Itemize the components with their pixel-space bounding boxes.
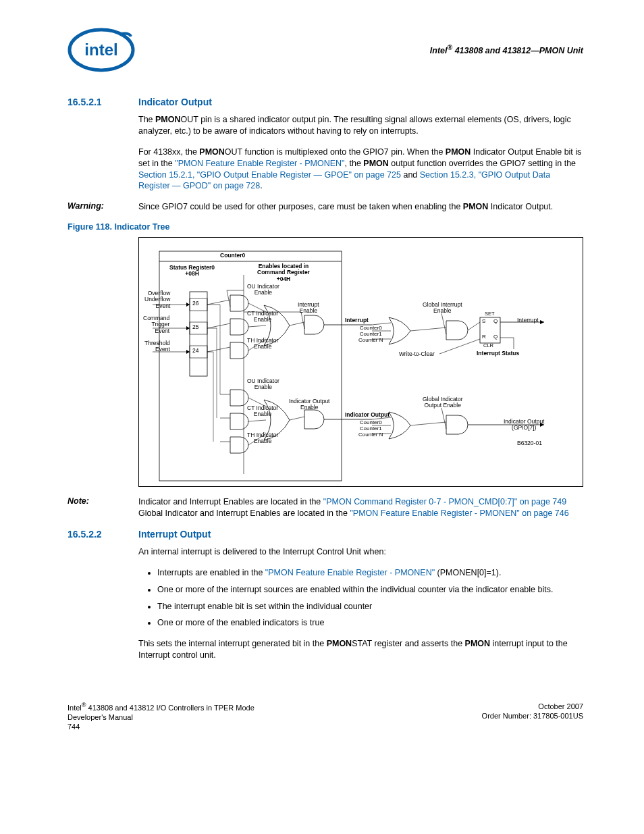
warning-label: Warning: (68, 201, 138, 213)
fig-counters2: Counter0 Counter1 Counter N (358, 420, 383, 438)
fig-ind-output: Indicator Output (345, 412, 390, 418)
fig-ind-out-pin: Indicator Output (GPIO[7]) (504, 419, 544, 432)
link-gpoe[interactable]: Section 15.2.1, "GPIO Output Enable Regi… (138, 170, 401, 180)
fig-ou-ind2: OU Indicator Enable (247, 378, 279, 391)
warning-text: Since GPIO7 could be used for other purp… (138, 201, 583, 213)
page-footer: Intel® 413808 and 413812 I/O Controllers… (68, 702, 583, 732)
fig-th-ind: TH Indicator Enable (247, 338, 278, 350)
link-pmonen2[interactable]: "PMON Feature Enable Register - PMONEN" … (350, 509, 568, 518)
fig-glob-int: Global Interrupt Enable (423, 302, 462, 315)
fig-b24: 24 (192, 348, 198, 354)
svg-line-48 (410, 422, 446, 425)
svg-line-15 (248, 325, 266, 327)
svg-line-52 (468, 322, 480, 330)
fig-wtc: Write-to-Clear (399, 351, 435, 357)
fig-overflow: Overflow Underflow Event (144, 290, 170, 309)
svg-line-57 (439, 339, 480, 354)
fig-ct-ind: CT Indicator Enable (247, 311, 278, 323)
svg-marker-54 (540, 320, 544, 324)
section-16.5.2.2: 16.5.2.2 Interrupt Output (68, 529, 583, 540)
list-item: Interrupts are enabled in the "PMON Feat… (157, 567, 583, 579)
fig-th-ind2: TH Indicator Enable (247, 432, 278, 445)
fig-r: R (482, 334, 486, 340)
section-title: Interrupt Output (138, 529, 211, 540)
page: intel Intel® 413808 and 413812—PMON Unit… (0, 0, 644, 759)
header-title: Intel® 413808 and 413812—PMON Unit (430, 44, 583, 55)
figure-caption: Figure 118. Indicator Tree (68, 222, 583, 232)
paragraph: For 4138xx, the PMONOUT function is mult… (138, 147, 583, 192)
svg-line-49 (441, 313, 446, 334)
fig-b25: 25 (192, 324, 198, 330)
footer-left: Intel® 413808 and 413812 I/O Controllers… (68, 702, 254, 732)
fig-counter0: Counter0 (220, 253, 245, 259)
svg-line-9 (207, 300, 230, 305)
fig-s: S (482, 319, 485, 325)
svg-line-37 (248, 420, 266, 421)
fig-thresh: Threshold Event (144, 340, 170, 353)
svg-marker-26 (186, 350, 190, 354)
bullet-list: Interrupts are enabled in the "PMON Feat… (138, 567, 583, 629)
svg-line-19 (301, 312, 304, 329)
fig-ind-out-en: Indicator Output Enable (289, 398, 329, 411)
footer-right: October 2007 Order Number: 317805-001US (482, 702, 583, 732)
fig-partnum: B6320-01 (517, 440, 542, 446)
fig-int-enable: Interrupt Enable (298, 302, 319, 315)
paragraph: This sets the internal interrupt generat… (138, 638, 583, 661)
svg-marker-24 (186, 326, 190, 330)
fig-set: SET (485, 311, 495, 317)
link-pmon-cmd[interactable]: "PMON Command Register 0-7 - PMON_CMD[0:… (323, 497, 566, 506)
svg-line-47 (410, 328, 446, 331)
fig-int-out: Interrupt (517, 317, 539, 323)
svg-line-50 (441, 408, 446, 429)
page-header: intel Intel® 413808 and 413812—PMON Unit (68, 27, 583, 73)
svg-line-13 (227, 290, 230, 307)
list-item: One or more of the interrupt sources are… (157, 584, 583, 596)
svg-marker-22 (186, 303, 190, 307)
fig-q: Q (493, 319, 498, 325)
fig-ou-ind: OU Indicator Enable (247, 284, 279, 296)
fig-ct-ind2: CT Indicator Enable (247, 405, 278, 418)
intel-logo: intel (68, 27, 135, 73)
section-title: Indicator Output (138, 97, 212, 107)
svg-line-17 (290, 322, 304, 325)
svg-line-39 (290, 417, 304, 420)
fig-glob-ind: Global Indicator Output Enable (423, 396, 463, 409)
svg-line-11 (207, 347, 230, 352)
note-label: Note: (68, 496, 138, 519)
fig-enables-cmd: Enables located in Command Register +04H (257, 263, 310, 282)
note-text: Indicator and Interrupt Enables are loca… (138, 496, 583, 519)
paragraph: The PMONOUT pin is a shared indicator ou… (138, 114, 583, 137)
fig-int-status: Interrupt Status (477, 350, 519, 357)
figure-118: Counter0 Status Register0 +08H Enables l… (138, 237, 583, 487)
list-item: One or more of the enabled indicators is… (157, 617, 583, 629)
link-pmonen3[interactable]: "PMON Feature Enable Register - PMONEN" (265, 568, 435, 577)
fig-counters1: Counter0 Counter1 Counter N (358, 325, 383, 343)
fig-clr: CLR (483, 343, 493, 348)
fig-b26: 26 (192, 301, 198, 307)
link-pmonen[interactable]: "PMON Feature Enable Register - PMONEN" (175, 159, 344, 168)
section-number: 16.5.2.2 (68, 529, 138, 540)
fig-q2: Q (493, 334, 498, 340)
section-16.5.2.1: 16.5.2.1 Indicator Output (68, 97, 583, 107)
fig-status-reg: Status Register0 +08H (169, 265, 215, 278)
note-block: Note: Indicator and Interrupt Enables ar… (68, 496, 583, 519)
svg-text:intel: intel (84, 41, 117, 59)
section-number: 16.5.2.1 (68, 97, 138, 107)
list-item: The interrupt enable bit is set within t… (157, 601, 583, 613)
svg-line-10 (207, 323, 230, 328)
paragraph: An internal interrupt is delivered to th… (138, 546, 583, 558)
fig-interrupt: Interrupt (345, 317, 369, 323)
fig-cmdtrig: Command Trigger Event (143, 315, 169, 334)
warning-block: Warning: Since GPIO7 could be used for o… (68, 201, 583, 213)
